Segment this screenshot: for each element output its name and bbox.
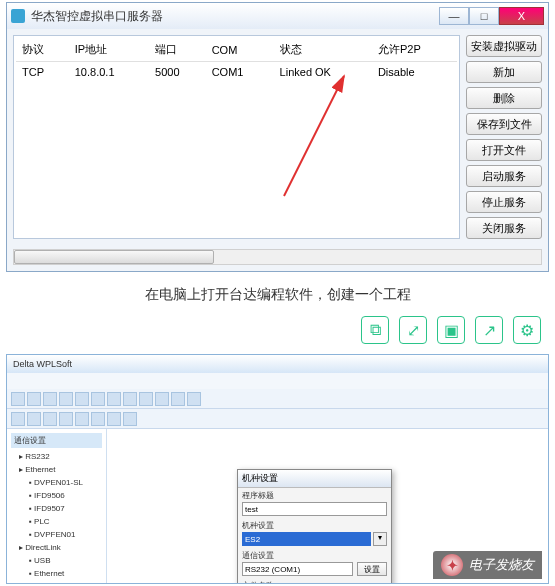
tree-header: 通信设置: [11, 433, 102, 448]
program-title-input[interactable]: [242, 502, 387, 516]
model-settings-dialog: 机种设置 程序标题 机种设置 ▾ 通信设置 设置: [237, 469, 392, 584]
tree-item[interactable]: ▪ IFD9506: [11, 489, 102, 502]
cell-protocol: TCP: [16, 62, 69, 83]
share-icon[interactable]: ↗: [475, 316, 503, 344]
col-com[interactable]: COM: [206, 38, 274, 62]
window-title: 华杰智控虚拟串口服务器: [31, 8, 163, 25]
titlebar[interactable]: 华杰智控虚拟串口服务器 — □ X: [7, 3, 548, 29]
open-file-button[interactable]: 打开文件: [466, 139, 542, 161]
cell-status: Linked OK: [274, 62, 372, 83]
watermark: ✦ 电子发烧友: [433, 551, 542, 579]
tree-item[interactable]: ▪ DVPFEN01: [11, 528, 102, 541]
label-model: 机种设置: [242, 520, 387, 531]
save-file-button[interactable]: 保存到文件: [466, 113, 542, 135]
tree-item[interactable]: ▪ IFD9507: [11, 502, 102, 515]
dialog-title[interactable]: 机种设置: [238, 470, 391, 488]
col-status[interactable]: 状态: [274, 38, 372, 62]
watermark-logo-icon: ✦: [441, 554, 463, 576]
stop-service-button[interactable]: 停止服务: [466, 191, 542, 213]
tree-item[interactable]: ▸ DirectLink: [11, 541, 102, 554]
connection-table[interactable]: 协议 IP地址 端口 COM 状态 允许P2P TCP 10.8.0.1 500…: [16, 38, 457, 82]
wpl-menubar[interactable]: [7, 373, 548, 389]
watermark-text: 电子发烧友: [469, 556, 534, 574]
tree-item[interactable]: ▪ USB: [11, 554, 102, 567]
cell-port: 5000: [149, 62, 206, 83]
model-select[interactable]: [242, 532, 371, 546]
tree-item[interactable]: ▪ PLC: [11, 515, 102, 528]
comm-input[interactable]: [242, 562, 353, 576]
maximize-button[interactable]: □: [469, 7, 499, 25]
delete-button[interactable]: 删除: [466, 87, 542, 109]
chevron-down-icon[interactable]: ▾: [373, 532, 387, 546]
h-scrollbar[interactable]: [13, 249, 542, 265]
cell-ip: 10.8.0.1: [69, 62, 149, 83]
action-buttons: 安装虚拟驱动 新加 删除 保存到文件 打开文件 启动服务 停止服务 关闭服务: [466, 35, 542, 239]
table-header-row: 协议 IP地址 端口 COM 状态 允许P2P: [16, 38, 457, 62]
add-button[interactable]: 新加: [466, 61, 542, 83]
settings-icon[interactable]: ⚙: [513, 316, 541, 344]
cell-com: COM1: [206, 62, 274, 83]
wpl-toolbar-2[interactable]: [7, 409, 548, 429]
svg-line-0: [284, 76, 344, 196]
connection-table-wrap: 协议 IP地址 端口 COM 状态 允许P2P TCP 10.8.0.1 500…: [13, 35, 460, 239]
copy-icon[interactable]: ⧉: [361, 316, 389, 344]
col-ip[interactable]: IP地址: [69, 38, 149, 62]
virtual-serial-window: 华杰智控虚拟串口服务器 — □ X 协议 IP地址 端口 COM 状态 允许P2…: [6, 2, 549, 272]
tree-item[interactable]: ▪ DVPEN01-SL: [11, 476, 102, 489]
save-icon[interactable]: ▣: [437, 316, 465, 344]
wpl-toolbar-1[interactable]: [7, 389, 548, 409]
label-program-title: 程序标题: [242, 490, 387, 501]
table-row[interactable]: TCP 10.8.0.1 5000 COM1 Linked OK Disable: [16, 62, 457, 83]
start-service-button[interactable]: 启动服务: [466, 165, 542, 187]
col-port[interactable]: 端口: [149, 38, 206, 62]
tree-item[interactable]: ▪ Ethernet: [11, 567, 102, 580]
page-action-toolbar: ⧉ ⤢ ▣ ↗ ⚙: [0, 316, 555, 354]
tree-item[interactable]: ▸ Ethernet: [11, 463, 102, 476]
wpl-title: Delta WPLSoft: [13, 359, 72, 369]
comm-config-button[interactable]: 设置: [357, 562, 387, 576]
label-comm: 通信设置: [242, 550, 387, 561]
caption-text: 在电脑上打开台达编程软件，创建一个工程: [0, 272, 555, 316]
minimize-button[interactable]: —: [439, 7, 469, 25]
col-protocol[interactable]: 协议: [16, 38, 69, 62]
cell-p2p: Disable: [372, 62, 457, 83]
wpl-titlebar[interactable]: Delta WPLSoft: [7, 355, 548, 373]
comm-tree[interactable]: 通信设置 ▸ RS232▸ Ethernet▪ DVPEN01-SL▪ IFD9…: [7, 429, 107, 584]
close-button[interactable]: X: [499, 7, 544, 25]
scrollbar-thumb[interactable]: [14, 250, 214, 264]
label-filename: 文件名称: [242, 580, 387, 584]
app-icon: [11, 9, 25, 23]
expand-icon[interactable]: ⤢: [399, 316, 427, 344]
close-service-button[interactable]: 关闭服务: [466, 217, 542, 239]
wplsoft-window: Delta WPLSoft 通信设置 ▸ RS232▸ Ethernet▪ DV…: [6, 354, 549, 584]
install-driver-button[interactable]: 安装虚拟驱动: [466, 35, 542, 57]
tree-item[interactable]: ▸ RS232: [11, 450, 102, 463]
col-p2p[interactable]: 允许P2P: [372, 38, 457, 62]
